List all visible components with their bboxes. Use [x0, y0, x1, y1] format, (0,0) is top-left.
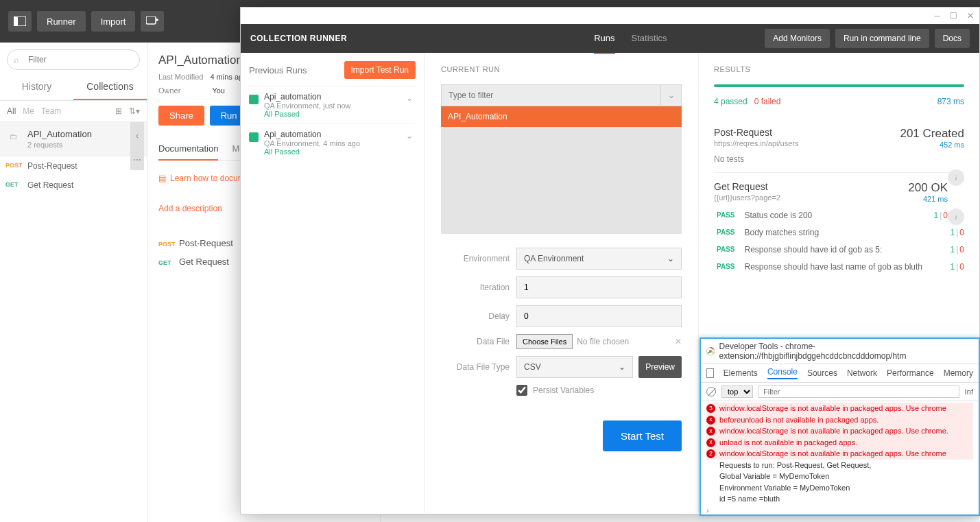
maximize-icon[interactable]: ☐: [950, 11, 957, 21]
selected-collection[interactable]: API_Automation: [441, 106, 682, 127]
runner-header: COLLECTION RUNNER Runs Statistics Add Mo…: [241, 24, 979, 53]
context-select[interactable]: top: [721, 385, 753, 398]
pass-badge: PASS: [714, 244, 738, 254]
console-filter-input[interactable]: [758, 385, 959, 398]
info-icon[interactable]: i: [948, 169, 964, 186]
tab-performance[interactable]: Performance: [887, 368, 934, 378]
tab-statistics[interactable]: Statistics: [632, 23, 667, 54]
owner-label: Owner: [158, 86, 180, 95]
result-request: Get Request {{url}}users?page=2 200 OK 4…: [714, 173, 964, 280]
sidebar-toggle-icon[interactable]: [8, 11, 32, 32]
previous-run-item[interactable]: Api_automation QA Environment, just now …: [249, 86, 416, 123]
clear-file-icon[interactable]: ✕: [675, 337, 682, 346]
test-desc: Response should have last name of gob as…: [745, 262, 951, 272]
total-time: 873 ms: [937, 97, 964, 106]
filter-me[interactable]: Me: [23, 106, 34, 116]
tab-sources[interactable]: Sources: [807, 368, 837, 378]
choose-files-button[interactable]: Choose Files: [516, 334, 573, 349]
tab-network[interactable]: Network: [847, 368, 877, 378]
svg-rect-2: [146, 16, 156, 24]
failed-count: 0 failed: [754, 97, 781, 106]
response-time: 452 ms: [900, 141, 964, 149]
console-filter-bar: top Inf: [701, 383, 979, 401]
clear-console-icon[interactable]: [706, 387, 716, 396]
status-badge: [249, 132, 259, 142]
add-monitors-button[interactable]: Add Monitors: [765, 29, 830, 48]
persist-checkbox[interactable]: [516, 385, 527, 396]
filter-input[interactable]: [7, 49, 140, 70]
method-badge: POST: [5, 162, 23, 169]
start-test-button[interactable]: Start Test: [603, 420, 682, 451]
chevron-down-icon[interactable]: ⌄: [406, 131, 413, 141]
status-badge: [249, 95, 259, 104]
run-cmd-button[interactable]: Run in command line: [835, 29, 929, 48]
method-badge: GET: [158, 259, 179, 266]
test-row: PASSResponse should have id of gob as 5:…: [714, 244, 964, 254]
run-status: All Passed: [264, 110, 416, 118]
data-file-label: Data File: [441, 337, 510, 346]
tab-documentation[interactable]: Documentation: [158, 138, 218, 161]
error-icon: x: [706, 416, 715, 425]
run-name: Api_automation: [264, 130, 416, 139]
tab-history[interactable]: History: [0, 74, 73, 100]
error-icon: x: [706, 427, 715, 436]
inspect-icon[interactable]: [706, 368, 714, 378]
previous-run-item[interactable]: Api_automation QA Environment, 4 mins ag…: [249, 123, 416, 161]
iteration-input[interactable]: [516, 276, 682, 298]
collection-item[interactable]: 🗀 API_Automation 2 requests ‹ ⋯: [0, 122, 147, 156]
minimize-icon[interactable]: ─: [934, 11, 940, 21]
current-run-title: CURRENT RUN: [441, 65, 682, 73]
log-row: xunload is not available in packaged app…: [706, 437, 973, 449]
pass-badge: PASS: [714, 210, 738, 220]
log-row: id =5 name =bluth: [706, 493, 973, 505]
folder-icon: 🗀: [10, 132, 18, 141]
request-item[interactable]: POST Post-Request: [0, 156, 147, 176]
chevron-down-icon: ⌄: [619, 362, 625, 372]
docs-button[interactable]: Docs: [935, 29, 970, 48]
share-button[interactable]: Share: [158, 106, 204, 126]
run-sub: QA Environment, just now: [264, 102, 416, 110]
tab-collections[interactable]: Collections: [73, 74, 147, 100]
collection-filter-input[interactable]: [441, 84, 661, 106]
filter-all[interactable]: All: [7, 106, 16, 116]
result-name: Get Request: [714, 181, 780, 192]
chevron-down-icon[interactable]: ⌄: [661, 84, 682, 106]
import-test-run-button[interactable]: Import Test Run: [344, 61, 416, 79]
tab-runs[interactable]: Runs: [594, 23, 614, 54]
sidebar: ⌕ History Collections All Me Team ⊞ ⇅▾ 🗀…: [0, 43, 147, 522]
tab-elements[interactable]: Elements: [724, 368, 758, 378]
environment-select[interactable]: QA Environment⌄: [516, 248, 682, 270]
log-row: Requests to run: Post-Request, Get Reque…: [706, 460, 973, 471]
new-tab-icon[interactable]: [141, 11, 164, 32]
delay-input[interactable]: [516, 305, 682, 327]
sort-icon[interactable]: ⇅▾: [129, 106, 140, 116]
run-name: Api_automation: [264, 92, 416, 102]
log-row: Global Variable = MyDemoToken: [706, 471, 973, 482]
preview-button[interactable]: Preview: [638, 356, 682, 378]
error-icon: 2: [706, 449, 715, 458]
request-item[interactable]: GET Get Request: [0, 176, 147, 195]
import-button[interactable]: Import: [91, 11, 136, 32]
devtools-tabs: Elements Console Sources Network Perform…: [701, 364, 979, 383]
test-desc: Status code is 200: [745, 211, 934, 220]
previous-runs-title: Previous Runs: [249, 65, 307, 75]
console-prompt[interactable]: ›: [706, 505, 973, 517]
log-row: 3window.localStorage is not available in…: [706, 403, 973, 414]
test-row: PASSStatus code is 2001|0: [714, 210, 948, 220]
collection-sub: 2 requests: [27, 141, 140, 149]
add-folder-icon[interactable]: ⊞: [115, 106, 122, 116]
runner-button[interactable]: Runner: [37, 11, 86, 32]
persist-label: Persist Variables: [533, 385, 594, 395]
collapse-icon[interactable]: ‹: [130, 122, 144, 150]
close-icon[interactable]: ✕: [967, 11, 974, 21]
chevron-down-icon[interactable]: ⌄: [406, 93, 413, 103]
devtools-title: Developer Tools - chrome-extension://fhb…: [701, 339, 979, 364]
runner-title: COLLECTION RUNNER: [250, 34, 347, 43]
progress-bar: [714, 84, 964, 87]
response-time: 421 ms: [908, 195, 948, 203]
file-type-select[interactable]: CSV⌄: [516, 356, 633, 378]
info-icon[interactable]: i: [948, 209, 964, 225]
tab-console[interactable]: Console: [767, 367, 798, 379]
tab-memory[interactable]: Memory: [944, 368, 973, 378]
filter-team[interactable]: Team: [41, 106, 61, 116]
